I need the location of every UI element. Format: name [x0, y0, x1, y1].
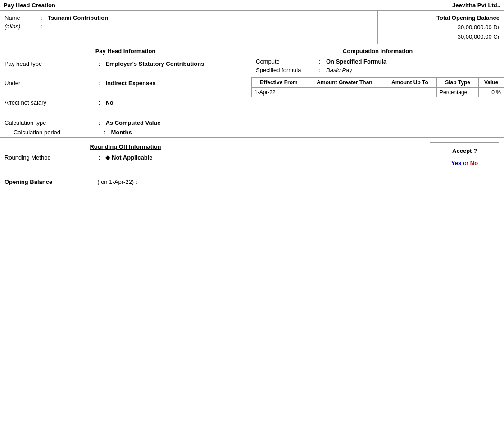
name-label: Name — [5, 14, 41, 21]
under-label: Under — [5, 80, 98, 87]
balance-cr: 30,00,000.00 Cr — [382, 33, 499, 40]
col-slab-type: Slab Type — [436, 78, 478, 88]
alias-colon: : — [41, 23, 48, 30]
opening-balance-label: Opening Balance — [5, 178, 52, 185]
rounding-method-label: Rounding Method — [5, 154, 98, 161]
header: Pay Head Creation Jeevitha Pvt Ltd.. — [0, 0, 504, 11]
page-title: Pay Head Creation — [4, 2, 55, 9]
calc-type-row: Calculation type : As Computed Value — [0, 118, 251, 128]
affect-net-label: Affect net salary — [5, 99, 98, 106]
total-opening-label: Total Opening Balance — [382, 14, 499, 21]
top-left: Name : Tsunami Contribution (alias) : — [0, 11, 378, 44]
balance-dr: 30,00,000.00 Dr — [382, 24, 499, 31]
rounding-method-value: ◆ Not Applicable — [105, 154, 246, 161]
under-colon: : — [98, 80, 105, 87]
affect-net-colon: : — [98, 99, 105, 106]
formula-row: Specified formula : Basic Pay — [251, 66, 504, 74]
top-right: Total Opening Balance 30,00,000.00 Dr 30… — [378, 11, 504, 44]
pay-head-type-row: Pay head type : Employer's Statutory Con… — [0, 59, 251, 69]
col-effective-from: Effective From — [252, 78, 306, 88]
calc-type-value: As Computed Value — [105, 119, 246, 126]
pay-head-type-value: Employer's Statutory Contributions — [105, 60, 246, 67]
affect-net-value: No — [105, 99, 246, 106]
formula-label: Specified formula — [256, 67, 319, 73]
accept-title: Accept ? — [437, 147, 492, 154]
alias-row: (alias) : — [5, 23, 373, 30]
compute-label: Compute — [256, 58, 319, 65]
accept-box: Accept ? Yes or No — [430, 142, 499, 171]
calc-period-label: Calculation period — [14, 129, 104, 136]
name-colon: : — [41, 14, 48, 21]
bottom-right: Accept ? Yes or No — [251, 138, 504, 176]
top-info-section: Name : Tsunami Contribution (alias) : To… — [0, 11, 504, 44]
under-value: Indirect Expenses — [105, 80, 246, 87]
bottom-left: Rounding Off Information Rounding Method… — [0, 138, 251, 176]
compute-colon: : — [319, 58, 326, 65]
affect-net-row: Affect net salary : No — [0, 98, 251, 107]
pay-head-type-colon: : — [98, 60, 105, 67]
opening-balance-footer: Opening Balance ( on 1-Apr-22) : — [0, 176, 504, 187]
col-value: Value — [479, 78, 504, 88]
formula-colon: : — [319, 67, 326, 73]
accept-yes-button[interactable]: Yes — [451, 160, 461, 166]
alias-label: (alias) — [5, 23, 41, 30]
name-row: Name : Tsunami Contribution — [5, 14, 373, 21]
pay-head-section-title: Pay Head Information — [0, 44, 251, 57]
table-row: 1-Apr-22Percentage0 % — [252, 88, 504, 97]
compute-row: Compute : On Specified Formula — [251, 57, 504, 66]
calc-period-row: Calculation period : Months — [0, 128, 251, 137]
opening-balance-colon: : — [136, 178, 137, 185]
right-panel: Computation Information Compute : On Spe… — [251, 44, 504, 137]
rounding-method-colon: : — [98, 154, 105, 161]
compute-value: On Specified Formula — [326, 58, 386, 65]
accept-buttons: Yes or No — [437, 160, 492, 166]
name-value: Tsunami Contribution — [48, 14, 108, 21]
company-name: Jeevitha Pvt Ltd.. — [452, 2, 500, 9]
accept-no-button[interactable]: No — [470, 160, 478, 166]
calc-type-colon: : — [98, 119, 105, 126]
main-content: Pay Head Information Pay head type : Emp… — [0, 44, 504, 137]
bottom-area: Rounding Off Information Rounding Method… — [0, 137, 504, 176]
rounding-section: Rounding Off Information Rounding Method… — [0, 138, 251, 164]
left-panel: Pay Head Information Pay head type : Emp… — [0, 44, 251, 137]
under-row: Under : Indirect Expenses — [0, 78, 251, 88]
col-amount-up-to: Amount Up To — [383, 78, 437, 88]
rounding-method-row: Rounding Method : ◆ Not Applicable — [0, 153, 251, 162]
rounding-section-title: Rounding Off Information — [0, 140, 251, 153]
calc-period-value: Months — [111, 129, 246, 136]
accept-or-label: or — [463, 160, 468, 166]
pay-head-type-label: Pay head type — [5, 60, 98, 67]
col-amount-greater: Amount Greater Than — [306, 78, 383, 88]
computation-section-title: Computation Information — [251, 44, 504, 57]
opening-balance-date: ( on 1-Apr-22) — [97, 178, 134, 185]
formula-value: Basic Pay — [326, 67, 352, 73]
slab-table: Effective From Amount Greater Than Amoun… — [251, 77, 504, 97]
calc-type-label: Calculation type — [5, 119, 98, 126]
calc-period-colon: : — [104, 129, 111, 136]
